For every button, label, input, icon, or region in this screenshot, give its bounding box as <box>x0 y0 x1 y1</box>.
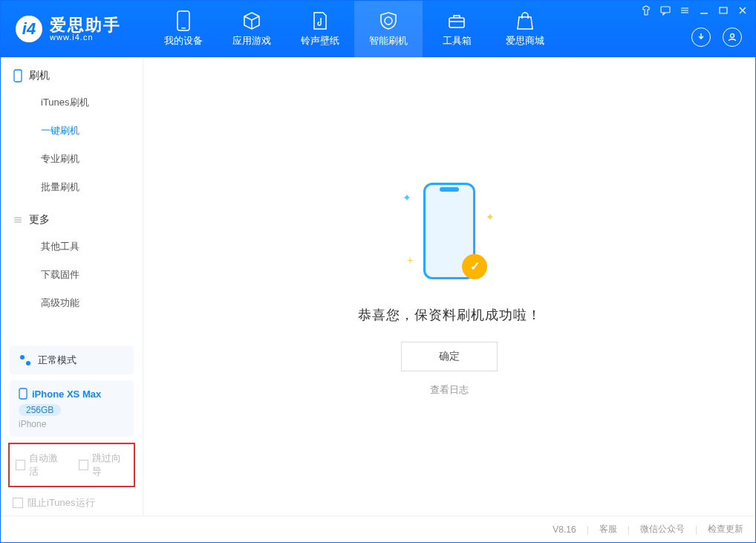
device-card[interactable]: iPhone XS Max 256GB iPhone <box>10 380 134 437</box>
svg-rect-2 <box>449 18 464 27</box>
checkbox-skip-guide[interactable]: 跳过向导 <box>79 452 128 478</box>
minimize-icon[interactable] <box>699 5 709 16</box>
header-actions <box>691 27 742 47</box>
checkbox-block-itunes[interactable]: 阻止iTunes运行 <box>1 490 143 516</box>
nav-apps-games[interactable]: 应用游戏 <box>218 1 286 57</box>
user-button[interactable] <box>723 27 742 47</box>
svg-point-12 <box>731 34 734 38</box>
svg-rect-1 <box>181 27 186 29</box>
nav-ringtone-wallpaper[interactable]: 铃声壁纸 <box>286 1 354 57</box>
sidebar-item-other-tools[interactable]: 其他工具 <box>1 233 143 261</box>
version-label: V8.16 <box>553 524 576 535</box>
sidebar-item-onekey-flash[interactable]: 一键刷机 <box>1 117 143 145</box>
svg-rect-13 <box>14 70 22 82</box>
device-phone-icon <box>19 388 27 400</box>
device-type: iPhone <box>19 419 125 429</box>
link-wechat[interactable]: 微信公众号 <box>640 523 685 536</box>
sidebar-item-advanced[interactable]: 高级功能 <box>1 289 143 317</box>
list-icon <box>13 215 23 225</box>
nav-my-device[interactable]: 我的设备 <box>149 1 218 57</box>
view-log-link[interactable]: 查看日志 <box>430 383 469 397</box>
sidebar-item-itunes-flash[interactable]: iTunes刷机 <box>1 88 143 117</box>
section-more: 更多 <box>1 201 143 233</box>
statusbar: V8.16 | 客服 | 微信公众号 | 检查更新 <box>1 516 755 542</box>
app-url: www.i4.cn <box>50 33 121 42</box>
toolbox-icon <box>446 10 467 31</box>
checkbox-auto-activate[interactable]: 自动激活 <box>16 452 65 478</box>
nav-flash[interactable]: 智能刷机 <box>354 1 423 57</box>
titlebar: i4 爱思助手 www.i4.cn 我的设备 应用游戏 铃声壁纸 智能刷机 <box>1 1 755 57</box>
sidebar-item-batch-flash[interactable]: 批量刷机 <box>1 173 143 201</box>
status-icon <box>19 354 32 367</box>
bag-icon <box>515 10 535 31</box>
music-file-icon <box>310 10 330 31</box>
section-flash: 刷机 <box>1 57 143 88</box>
menu-icon[interactable] <box>680 5 690 16</box>
success-message: 恭喜您，保资料刷机成功啦！ <box>358 306 541 324</box>
success-illustration: ✓ ✦ ✦ + <box>416 177 483 288</box>
device-name: iPhone XS Max <box>32 388 101 400</box>
sidebar: 刷机 iTunes刷机 一键刷机 专业刷机 批量刷机 更多 其他工具 下载固件 … <box>1 57 143 516</box>
cube-icon <box>241 10 262 31</box>
svg-rect-4 <box>661 7 670 13</box>
main-nav: 我的设备 应用游戏 铃声壁纸 智能刷机 工具箱 爱思商城 <box>149 1 559 57</box>
check-icon: ✓ <box>462 254 487 279</box>
ok-button[interactable]: 确定 <box>401 342 498 371</box>
device-capacity: 256GB <box>19 404 61 416</box>
shield-sync-icon <box>378 10 399 31</box>
app-body: 刷机 iTunes刷机 一键刷机 专业刷机 批量刷机 更多 其他工具 下载固件 … <box>1 57 755 516</box>
app-name: 爱思助手 <box>50 17 121 33</box>
nav-toolbox[interactable]: 工具箱 <box>423 1 491 57</box>
flash-options-highlight: 自动激活 跳过向导 <box>8 443 135 487</box>
link-check-update[interactable]: 检查更新 <box>708 523 743 536</box>
sidebar-item-download-firmware[interactable]: 下载固件 <box>1 261 143 289</box>
logo-icon: i4 <box>16 16 42 42</box>
link-support[interactable]: 客服 <box>599 523 617 536</box>
svg-rect-9 <box>720 7 727 13</box>
close-icon[interactable] <box>737 5 748 16</box>
sidebar-bottom: 正常模式 iPhone XS Max 256GB iPhone 自动激活 跳过向… <box>1 340 143 516</box>
app-window: i4 爱思助手 www.i4.cn 我的设备 应用游戏 铃声壁纸 智能刷机 <box>0 0 756 543</box>
sidebar-item-pro-flash[interactable]: 专业刷机 <box>1 145 143 173</box>
main-content: ✓ ✦ ✦ + 恭喜您，保资料刷机成功啦！ 确定 查看日志 <box>143 57 755 516</box>
app-logo: i4 爱思助手 www.i4.cn <box>1 16 149 42</box>
skin-icon[interactable] <box>641 5 651 16</box>
status-mode-card[interactable]: 正常模式 <box>10 346 134 374</box>
device-icon <box>173 10 194 31</box>
window-controls-mini <box>641 5 748 16</box>
download-button[interactable] <box>691 27 711 47</box>
svg-rect-17 <box>19 388 27 399</box>
maximize-icon[interactable] <box>718 5 729 16</box>
feedback-icon[interactable] <box>660 5 671 16</box>
nav-store[interactable]: 爱思商城 <box>491 1 559 57</box>
phone-small-icon <box>13 69 23 82</box>
